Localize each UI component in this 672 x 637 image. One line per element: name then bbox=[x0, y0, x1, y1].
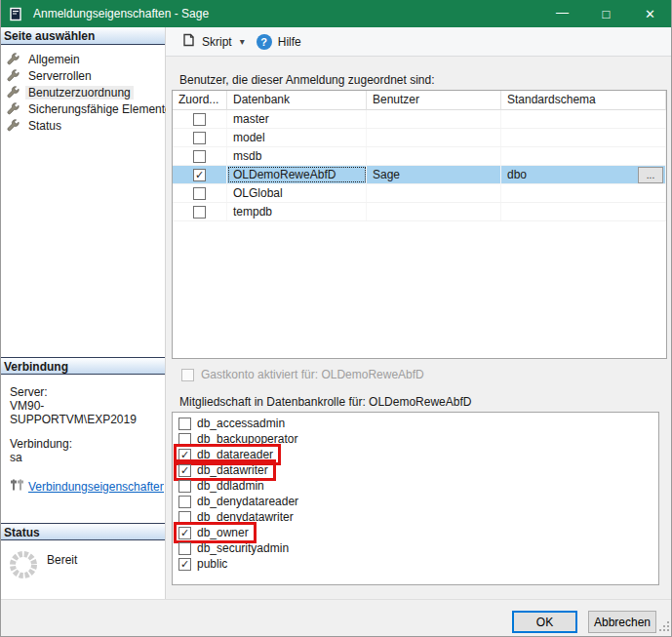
user-cell[interactable] bbox=[367, 147, 501, 165]
table-row[interactable]: model bbox=[173, 129, 666, 147]
view-connection-properties-link[interactable]: Verbindungseigenschaften an bbox=[28, 480, 164, 494]
role-checkbox[interactable] bbox=[178, 542, 191, 555]
user-cell[interactable] bbox=[367, 203, 501, 220]
mapping-checkbox[interactable]: ✓ bbox=[193, 169, 206, 181]
sidebar-page-item-allgemein[interactable]: Allgemein bbox=[0, 51, 165, 67]
table-row[interactable]: ✓ OLDemoReweAbfD Sage dbo ... bbox=[173, 166, 666, 184]
sidebar-page-item-status[interactable]: Status bbox=[0, 117, 165, 134]
roles-caption: Mitgliedschaft in Datenbankrolle für: OL… bbox=[179, 395, 471, 409]
sidebar-page-item-sicherungsf-hige-elemente[interactable]: Sicherungsfähige Elemente bbox=[0, 100, 165, 117]
connection-properties-icon bbox=[10, 479, 23, 495]
database-cell[interactable]: OLDemoReweAbfD bbox=[227, 166, 367, 183]
status-value: Bereit bbox=[47, 553, 77, 567]
role-list-item-db_denydatareader[interactable]: db_denydatareader bbox=[177, 494, 658, 509]
user-cell[interactable] bbox=[367, 129, 501, 146]
database-cell[interactable]: OLGlobal bbox=[227, 184, 367, 202]
chevron-down-icon[interactable]: ▾ bbox=[240, 36, 245, 47]
database-cell[interactable]: master bbox=[227, 110, 367, 128]
column-header[interactable]: Zuord... bbox=[173, 91, 227, 110]
schema-cell[interactable] bbox=[501, 129, 666, 146]
role-list-item-db_securityadmin[interactable]: db_securityadmin bbox=[177, 540, 658, 556]
mapping-checkbox[interactable] bbox=[193, 132, 206, 144]
role-list-item-db_backupoperator[interactable]: db_backupoperator bbox=[177, 431, 658, 447]
role-list-item-db_denydatawriter[interactable]: db_denydatawriter bbox=[177, 509, 658, 525]
user-cell[interactable] bbox=[367, 184, 501, 202]
mapping-checkbox-cell[interactable] bbox=[173, 203, 227, 220]
schema-cell[interactable] bbox=[501, 184, 666, 202]
mapping-checkbox[interactable] bbox=[193, 113, 206, 126]
schema-browse-button[interactable]: ... bbox=[638, 167, 663, 183]
role-checkbox[interactable] bbox=[178, 433, 191, 446]
role-label: db_securityadmin bbox=[197, 541, 289, 555]
role-box: ✓ db_owner bbox=[177, 525, 254, 540]
schema-cell[interactable] bbox=[501, 147, 666, 165]
role-list-item-db_ddladmin[interactable]: db_ddladmin bbox=[177, 478, 658, 494]
mapping-checkbox[interactable] bbox=[193, 150, 206, 163]
login-label: Verbindung: bbox=[10, 437, 165, 451]
help-button[interactable]: ? Hilfe bbox=[253, 32, 305, 52]
minimize-button[interactable]: — bbox=[540, 0, 584, 27]
main-panel: Skript ▾ ? Hilfe Benutzer, die dieser An… bbox=[166, 27, 672, 599]
mapping-checkbox[interactable] bbox=[193, 206, 206, 219]
user-mapping-table: Zuord...DatenbankBenutzerStandardschema … bbox=[172, 90, 667, 359]
schema-cell[interactable] bbox=[501, 110, 666, 128]
role-checkbox[interactable] bbox=[178, 418, 191, 430]
maximize-button[interactable]: □ bbox=[584, 0, 628, 27]
role-list-item-db_accessadmin[interactable]: db_accessadmin bbox=[177, 416, 658, 431]
mapping-checkbox-cell[interactable]: ✓ bbox=[173, 166, 227, 183]
mapping-checkbox[interactable] bbox=[193, 187, 206, 200]
table-row[interactable]: OLGlobal bbox=[173, 184, 666, 203]
page-list: Allgemein Serverrollen Benutzerzuordnung… bbox=[0, 45, 165, 134]
role-box: ✓ public bbox=[177, 556, 232, 572]
role-list-item-db_datawriter[interactable]: ✓ db_datawriter bbox=[177, 462, 658, 478]
close-button[interactable]: ✕ bbox=[628, 0, 672, 27]
column-header[interactable]: Benutzer bbox=[367, 91, 501, 110]
database-roles-list: db_accessadmin db_backupoperator ✓ db_da… bbox=[172, 412, 659, 585]
role-list-item-db_datareader[interactable]: ✓ db_datareader bbox=[177, 447, 658, 462]
role-list-item-public[interactable]: ✓ public bbox=[177, 556, 658, 572]
table-row[interactable]: master bbox=[173, 110, 666, 129]
role-label: db_denydatareader bbox=[197, 495, 298, 508]
database-cell[interactable]: model bbox=[227, 129, 367, 146]
table-row[interactable]: tempdb bbox=[173, 203, 666, 221]
script-button[interactable]: Skript ▾ bbox=[177, 30, 249, 53]
ok-button[interactable]: OK bbox=[512, 611, 577, 633]
mapping-checkbox-cell[interactable] bbox=[173, 129, 227, 146]
role-checkbox[interactable]: ✓ bbox=[178, 464, 191, 477]
wrench-icon bbox=[7, 102, 20, 115]
role-checkbox[interactable] bbox=[178, 480, 191, 493]
mapping-checkbox-cell[interactable] bbox=[173, 110, 227, 128]
database-cell[interactable]: msdb bbox=[227, 147, 367, 165]
connection-header: Verbindung bbox=[0, 357, 165, 375]
status-header: Status bbox=[0, 523, 165, 540]
role-checkbox[interactable]: ✓ bbox=[178, 527, 191, 539]
role-label: db_backupoperator bbox=[197, 432, 297, 446]
database-cell[interactable]: tempdb bbox=[227, 203, 367, 220]
role-label: public bbox=[197, 557, 227, 571]
user-cell[interactable] bbox=[367, 110, 501, 128]
script-label: Skript bbox=[202, 35, 232, 49]
guest-account-checkbox-row: Gastkonto aktiviert für: OLDemoReweAbfD bbox=[181, 368, 424, 381]
sidebar-page-item-benutzerzuordnung[interactable]: Benutzerzuordnung bbox=[0, 84, 165, 100]
table-row[interactable]: msdb bbox=[173, 147, 666, 166]
sidebar: Seite auswählen Allgemein Serverrollen B… bbox=[0, 27, 166, 599]
sidebar-page-item-serverrollen[interactable]: Serverrollen bbox=[0, 67, 165, 84]
guest-account-label: Gastkonto aktiviert für: OLDemoReweAbfD bbox=[201, 368, 424, 381]
mapping-checkbox-cell[interactable] bbox=[173, 147, 227, 165]
role-checkbox[interactable]: ✓ bbox=[178, 558, 191, 571]
schema-cell[interactable] bbox=[501, 203, 666, 220]
toolbar: Skript ▾ ? Hilfe bbox=[166, 27, 672, 57]
role-label: db_denydatawriter bbox=[197, 510, 294, 524]
mapping-checkbox-cell[interactable] bbox=[173, 184, 227, 202]
role-checkbox[interactable] bbox=[178, 511, 191, 524]
role-list-item-db_owner[interactable]: ✓ db_owner bbox=[177, 525, 658, 540]
role-checkbox[interactable] bbox=[178, 496, 191, 508]
user-cell[interactable]: Sage bbox=[367, 166, 501, 183]
column-header[interactable]: Standardschema bbox=[501, 91, 666, 110]
column-header[interactable]: Datenbank bbox=[227, 91, 367, 110]
cancel-button[interactable]: Abbrechen bbox=[588, 611, 656, 633]
wrench-icon bbox=[7, 86, 20, 99]
resize-grip[interactable] bbox=[658, 620, 670, 635]
role-checkbox[interactable]: ✓ bbox=[178, 449, 191, 461]
role-label: db_datawriter bbox=[197, 463, 268, 477]
